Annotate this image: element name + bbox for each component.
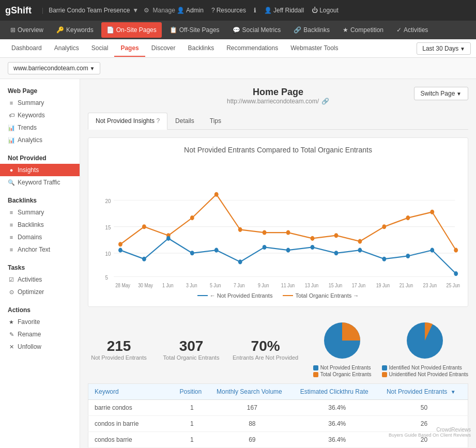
tag-icon: 🏷 (8, 112, 15, 118)
stat-total-organic: 307 Total Organic Entrants (160, 338, 222, 361)
cell-monthly-search: 167 (210, 400, 294, 416)
nav-overview[interactable]: ⊞ Overview (5, 22, 49, 38)
nav-backlinks[interactable]: 🔗 Backlinks (288, 22, 335, 38)
sidebar-tasks-section: Tasks ☑ Activities ⊙ Optimizer (0, 261, 80, 298)
tab-dashboard[interactable]: Dashboard (5, 40, 48, 57)
cell-keyword: barrie condos (88, 400, 174, 416)
svg-point-46 (311, 245, 315, 250)
list-icon: ≡ (8, 100, 15, 106)
date-filter-button[interactable]: Last 30 Days (417, 42, 471, 55)
svg-point-43 (238, 259, 242, 264)
tab-backlinks[interactable]: Backlinks (181, 40, 220, 57)
admin-link[interactable]: 👤 Admin (177, 7, 204, 14)
col-not-provided[interactable]: Not Provided Entrants ▼ (380, 384, 468, 400)
col-position[interactable]: Position (174, 384, 211, 400)
nav-competition[interactable]: ★ Competition (337, 22, 389, 38)
user-link[interactable]: 👤 Jeff Riddall (264, 7, 304, 14)
sidebar-item-insights[interactable]: ● Insights (0, 164, 80, 176)
pencil-icon: ✎ (8, 331, 15, 338)
resources-link[interactable]: ? Resources (211, 7, 246, 14)
svg-text:5 Jun: 5 Jun (210, 282, 221, 288)
col-monthly-search[interactable]: Monthly Search Volume (210, 384, 294, 400)
col-keyword[interactable]: Keyword (88, 384, 174, 400)
sidebar-item-backlinks[interactable]: ≡ Backlinks (0, 219, 80, 231)
sidebar-item-keyword-traffic[interactable]: 🔍 Keyword Traffic (0, 176, 80, 189)
tab-tips[interactable]: Tips (202, 113, 229, 129)
cell-not-provided: 50 (380, 400, 468, 416)
url-selector-button[interactable]: www.barriecondoteam.com (8, 62, 100, 74)
top-navigation: gShift | Barrie Condo Team Presence ▼ ⚙ … (0, 0, 476, 21)
sidebar-item-unfollow[interactable]: ✕ Unfollow (0, 341, 80, 353)
sort-arrow-icon: ▼ (451, 389, 456, 395)
svg-point-28 (238, 227, 242, 232)
sidebar-not-provided-section: Not Provided ● Insights 🔍 Keyword Traffi… (0, 151, 80, 189)
svg-point-52 (454, 271, 458, 276)
search-icon: 🔍 (8, 179, 15, 186)
tab-social[interactable]: Social (85, 40, 115, 57)
cell-keyword: condos in barrie (88, 416, 174, 432)
legend-not-provided: ← Not Provided Entrants (197, 292, 273, 299)
svg-point-42 (214, 248, 219, 253)
nav-on-site-pages[interactable]: 📄 On-Site Pages (101, 22, 162, 38)
chart-area: Not Provided Entrants Compared to Total … (88, 137, 468, 307)
table-header: Keyword Position Monthly Search Volume E… (88, 384, 468, 400)
optimizer-icon: ⊙ (8, 289, 15, 296)
not-provided-line (197, 295, 208, 296)
sidebar-item-domains[interactable]: ≡ Domains (0, 231, 80, 243)
col-clickthru[interactable]: Estimated Clickthru Rate (294, 384, 380, 400)
stat-not-provided: 215 Not Provided Entrants (88, 338, 150, 361)
tab-recommendations[interactable]: Recommendations (220, 40, 284, 57)
cell-clickthru: 36.4% (294, 416, 380, 432)
sidebar-tasks-title: Tasks (0, 261, 80, 273)
svg-point-48 (358, 248, 362, 253)
date-filter[interactable]: Last 30 Days (417, 42, 471, 55)
sidebar-item-optimizer[interactable]: ⊙ Optimizer (0, 286, 80, 298)
nav-social-metrics[interactable]: 💬 Social Metrics (227, 22, 286, 38)
svg-point-41 (190, 251, 194, 255)
logout-link[interactable]: ⏻ Logout (312, 7, 339, 14)
list-icon: ≡ (8, 222, 15, 228)
sidebar-item-favorite[interactable]: ★ Favorite (0, 316, 80, 328)
tab-details[interactable]: Details (167, 113, 202, 129)
sidebar-item-anchor-text[interactable]: ≡ Anchor Text (0, 243, 80, 256)
pie-right-legend: Identified Not Provided Entrants Unident… (382, 364, 468, 378)
info-link[interactable]: ℹ (254, 7, 256, 14)
tab-analytics[interactable]: Analytics (48, 40, 85, 57)
svg-point-35 (406, 215, 410, 220)
svg-text:10: 10 (105, 251, 111, 257)
page-url: http://www.barriecondoteam.com/ 🔗 (88, 98, 468, 105)
cell-monthly-search: 69 (210, 432, 294, 448)
svg-text:23 Jun: 23 Jun (423, 282, 437, 288)
svg-text:11 Jun: 11 Jun (281, 282, 295, 288)
tab-pages[interactable]: Pages (114, 40, 145, 57)
sidebar-item-summary-web[interactable]: ≡ Summary (0, 97, 80, 109)
list-icon: ≡ (8, 246, 15, 253)
cross-icon: ✕ (8, 344, 15, 350)
svg-text:28 May: 28 May (115, 282, 130, 288)
svg-point-33 (358, 239, 362, 244)
site-selector[interactable]: Barrie Condo Team Presence ▼ (49, 7, 139, 14)
cell-clickthru: 36.4% (294, 432, 380, 448)
nav-keywords[interactable]: 🔑 Keywords (51, 22, 99, 38)
sidebar-item-keywords-web[interactable]: 🏷 Keywords (0, 109, 80, 121)
sidebar-item-rename[interactable]: ✎ Rename (0, 328, 80, 341)
tab-not-provided-insights[interactable]: Not Provided Insights ? (88, 113, 167, 130)
tab-discover[interactable]: Discover (145, 40, 182, 57)
tab-webmaster-tools[interactable]: Webmaster Tools (284, 40, 344, 57)
manage-link[interactable]: ⚙ Manage (144, 7, 177, 14)
list-icon: ≡ (8, 209, 15, 215)
svg-point-51 (430, 248, 434, 253)
nav-activities[interactable]: ✓ Activities (391, 22, 433, 38)
sidebar-item-summary-backlinks[interactable]: ≡ Summary (0, 206, 80, 219)
svg-point-34 (382, 224, 386, 229)
nav-off-site-pages[interactable]: 📋 Off-Site Pages (164, 22, 225, 38)
keywords-table: Keyword Position Monthly Search Volume E… (88, 383, 468, 448)
sidebar-item-analytics-web[interactable]: 📊 Analytics (0, 134, 80, 146)
svg-text:25 Jun: 25 Jun (447, 282, 460, 288)
list-icon: ≡ (8, 234, 15, 240)
svg-point-24 (142, 224, 146, 229)
svg-text:17 Jun: 17 Jun (352, 282, 365, 288)
switch-page-button[interactable]: Switch Page (414, 87, 468, 100)
sidebar-item-trends-web[interactable]: 📊 Trends (0, 121, 80, 134)
sidebar-item-activities[interactable]: ☑ Activities (0, 273, 80, 286)
